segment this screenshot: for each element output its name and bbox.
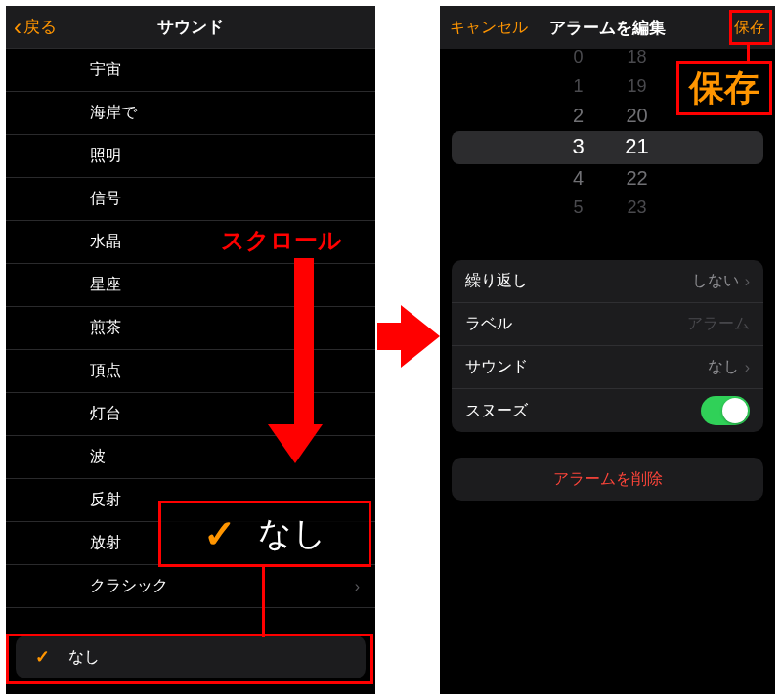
chevron-right-icon: › [745,359,750,376]
back-button[interactable]: ‹ 戻る [14,16,57,39]
sound-none-row[interactable]: ✓ なし [16,635,366,678]
delete-alarm-button[interactable]: アラームを削除 [452,458,763,501]
picker-item: 2 [549,101,608,130]
page-title: アラームを編集 [549,17,666,39]
chevron-right-icon: › [355,578,360,595]
picker-item: 21 [608,130,667,163]
picker-item: 19 [608,71,667,101]
alarm-settings-group: 繰り返し しない › ラベル アラーム サウンド なし › スヌーズ [452,260,763,432]
picker-item: 0 [549,42,608,71]
sound-label: サウンド [465,357,528,377]
label-label: ラベル [465,314,512,334]
snooze-row: スヌーズ [452,389,763,432]
snooze-label: スヌーズ [465,401,528,421]
nav-header: ‹ 戻る サウンド [6,6,375,49]
picker-item: 18 [608,42,667,71]
sound-value: なし › [708,357,750,377]
back-label: 戻る [23,16,57,38]
minute-column[interactable]: 181920212223 [608,42,667,251]
picker-item: 5 [549,193,608,222]
arrow-down-icon [285,258,323,463]
connector-line [262,567,265,637]
none-label: なし [68,647,100,668]
callout-text: なし [258,511,326,556]
sound-row[interactable]: 海岸で [6,92,375,135]
save-button[interactable]: 保存 [734,18,765,38]
picker-item: 22 [608,163,667,193]
check-icon: ✓ [35,646,50,668]
page-title: サウンド [157,16,224,38]
section-gap [6,608,375,635]
repeat-row[interactable]: 繰り返し しない › [452,260,763,303]
arrow-right-icon [377,323,405,350]
save-callout: 保存 [676,61,772,115]
chevron-left-icon: ‹ [14,16,22,39]
sound-row[interactable]: 宇宙 [6,49,375,92]
repeat-value: しない › [692,271,750,291]
connector-line [747,45,750,61]
snooze-toggle[interactable] [701,396,750,425]
picker-item: 20 [608,101,667,130]
toggle-knob [722,398,748,423]
chevron-right-icon: › [745,273,750,290]
scroll-annotation: スクロール [221,225,342,256]
picker-item: 23 [608,193,667,222]
picker-item: 1 [549,71,608,101]
label-row[interactable]: ラベル アラーム [452,303,763,346]
check-icon: ✓ [203,511,237,556]
sound-row[interactable]: 照明 [6,135,375,178]
label-value: アラーム [687,314,750,334]
picker-item: 3 [549,130,608,163]
sound-row[interactable]: サウンド なし › [452,346,763,389]
none-callout: ✓ なし [158,501,371,567]
delete-label: アラームを削除 [553,469,663,490]
hour-column[interactable]: 012345 [549,42,608,251]
picker-item [608,222,667,251]
sound-row[interactable]: 信号 [6,178,375,221]
sound-row[interactable]: クラシック› [6,565,375,608]
cancel-button[interactable]: キャンセル [450,18,528,38]
picker-item [549,222,608,251]
picker-item: 4 [549,163,608,193]
repeat-label: 繰り返し [465,271,528,291]
save-big-text: 保存 [689,65,759,112]
